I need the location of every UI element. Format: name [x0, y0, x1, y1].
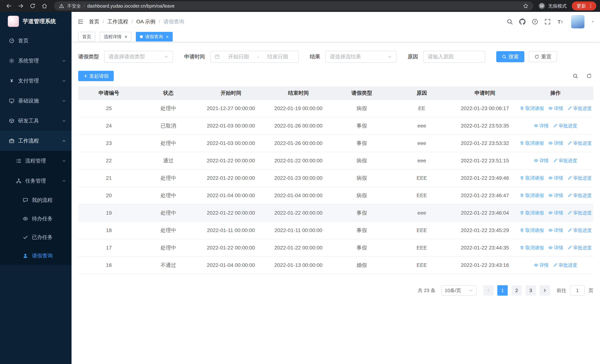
view-tab[interactable]: 流程详情×: [100, 32, 131, 42]
github-icon[interactable]: [519, 19, 525, 25]
page-button-2[interactable]: 2: [511, 285, 522, 296]
browser-forward-icon[interactable]: [16, 1, 26, 11]
table-body: 25处理中2021-12-27 00:00:002022-01-19 00:00…: [78, 100, 593, 274]
table-row[interactable]: 24已取消2022-01-03 00:00:002022-01-26 00:00…: [78, 117, 593, 135]
table-row[interactable]: 16不通过2022-01-04 00:00:002022-01-13 00:00…: [78, 257, 593, 274]
action-progress-link[interactable]: 审批进度: [568, 210, 592, 216]
action-progress-link[interactable]: 审批进度: [568, 245, 592, 251]
action-progress-link[interactable]: 审批进度: [568, 192, 592, 198]
action-progress-link[interactable]: 审批进度: [553, 158, 577, 164]
action-detail-link[interactable]: 详情: [548, 192, 563, 198]
prev-page-button[interactable]: [483, 285, 494, 296]
action-cancel-link[interactable]: 取消请假: [520, 105, 544, 111]
app-logo: 芋道管理系统: [0, 12, 72, 31]
reason-input[interactable]: [423, 51, 485, 63]
table-row[interactable]: 23处理中2022-01-03 00:00:002022-01-26 00:00…: [78, 135, 593, 152]
table-row[interactable]: 20处理中2022-01-04 00:00:002022-01-04 00:00…: [78, 187, 593, 204]
close-icon[interactable]: ×: [124, 34, 127, 39]
table-row[interactable]: 19处理中2022-01-22 00:00:002022-01-22 00:00…: [78, 204, 593, 222]
action-progress-link[interactable]: 审批进度: [568, 140, 592, 146]
sidebar-item-5[interactable]: 工作流程: [0, 131, 72, 151]
sidebar-item-1[interactable]: 系统管理: [0, 51, 72, 71]
table-row[interactable]: 17处理中2022-01-22 00:00:002022-01-22 00:00…: [78, 239, 593, 257]
browser-menu-icon[interactable]: [588, 3, 593, 9]
help-icon[interactable]: ?: [532, 19, 538, 25]
view-tab[interactable]: 请假查询×: [136, 32, 173, 42]
fullscreen-icon[interactable]: [544, 19, 551, 25]
sidebar-item-10[interactable]: 已办任务: [0, 228, 72, 246]
apply-time-range-picker[interactable]: 开始日期 - 结束日期: [210, 51, 299, 63]
action-cancel-link[interactable]: 取消请假: [520, 227, 544, 233]
sidebar-item-9[interactable]: 待办任务: [0, 209, 72, 228]
sidebar-item-4[interactable]: 研发工具: [0, 111, 72, 131]
sidebar-item-0[interactable]: 首页: [0, 31, 72, 51]
action-detail-link[interactable]: 详情: [548, 105, 563, 111]
search-button[interactable]: 搜索: [496, 51, 525, 62]
result-select[interactable]: 请选择流结果: [325, 51, 396, 63]
action-detail-link[interactable]: 详情: [548, 175, 563, 181]
action-progress-link[interactable]: 审批进度: [553, 123, 577, 129]
action-cancel-link[interactable]: 取消请假: [520, 192, 544, 198]
breadcrumb-item[interactable]: 工作流程: [107, 18, 128, 25]
table-refresh-icon[interactable]: [586, 73, 592, 79]
action-cancel-link[interactable]: 取消请假: [520, 140, 544, 146]
toggle-search-icon[interactable]: [572, 73, 578, 79]
leave-type-select[interactable]: 请选择请假类型: [104, 51, 173, 63]
end-date-placeholder: 结束日期: [261, 53, 294, 60]
browser-back-icon[interactable]: [4, 1, 14, 11]
browser-update-button[interactable]: 更新: [572, 1, 596, 10]
action-detail-link[interactable]: 详情: [548, 227, 563, 233]
action-detail-link[interactable]: 详情: [548, 210, 563, 216]
user-avatar[interactable]: [571, 15, 584, 28]
edit-icon: [553, 263, 558, 267]
trash-icon: [520, 106, 524, 111]
close-icon[interactable]: ×: [166, 34, 169, 39]
header-search-icon[interactable]: [506, 19, 513, 25]
page-size-select[interactable]: 10条/页: [441, 285, 477, 296]
sidebar-item-6[interactable]: 流程管理: [0, 151, 72, 171]
action-progress-link[interactable]: 审批进度: [553, 262, 577, 268]
avatar-caret-icon[interactable]: [591, 20, 595, 24]
table-cell: 2022-01-03 00:00:00: [197, 117, 265, 135]
sidebar-item-11[interactable]: 请假查询: [0, 246, 72, 265]
action-progress-link[interactable]: 审批进度: [568, 105, 592, 111]
action-progress-link[interactable]: 审批进度: [568, 227, 592, 233]
breadcrumb-item[interactable]: 首页: [89, 18, 99, 25]
goto-page-input[interactable]: [570, 285, 585, 296]
action-cancel-link[interactable]: 取消请假: [520, 245, 544, 251]
table-row[interactable]: 18处理中2022-01-11 00:00:002022-01-11 00:00…: [78, 222, 593, 239]
sidebar-item-label: 任务管理: [25, 177, 46, 184]
table-row[interactable]: 25处理中2021-12-27 00:00:002022-01-19 00:00…: [78, 100, 593, 117]
action-progress-link[interactable]: 审批进度: [568, 175, 592, 181]
browser-home-icon[interactable]: [39, 1, 50, 11]
url-bar[interactable]: 不安全 dashboard.yudao.iocoder.cn/bpm/oa/le…: [54, 1, 533, 10]
action-cancel-link[interactable]: 取消请假: [520, 210, 544, 216]
page-buttons: 123: [497, 285, 536, 296]
page-button-1[interactable]: 1: [497, 285, 508, 296]
browser-chrome: 不安全 dashboard.yudao.iocoder.cn/bpm/oa/le…: [0, 0, 600, 12]
table-row[interactable]: 22通过2022-01-22 00:00:002022-01-22 00:00:…: [78, 152, 593, 169]
page-button-3[interactable]: 3: [525, 285, 536, 296]
breadcrumb-item[interactable]: OA 示例: [136, 18, 155, 25]
next-page-button[interactable]: [540, 285, 550, 296]
action-cancel-link[interactable]: 取消请假: [520, 175, 544, 181]
create-leave-button[interactable]: 发起请假: [78, 71, 114, 81]
view-tab[interactable]: 首页: [78, 32, 95, 42]
sidebar-collapse-button[interactable]: [77, 19, 84, 25]
table-cell: 婚假: [332, 257, 392, 274]
action-detail-link[interactable]: 详情: [548, 140, 563, 146]
sidebar-item-3[interactable]: 基础设施: [0, 91, 72, 111]
action-detail-link[interactable]: 详情: [534, 158, 549, 164]
table-row[interactable]: 21处理中2022-01-22 00:00:002022-01-23 00:00…: [78, 169, 593, 187]
bookmark-star-icon[interactable]: [523, 3, 528, 9]
sidebar-item-7[interactable]: 任务管理: [0, 171, 72, 191]
action-detail-link[interactable]: 详情: [534, 262, 549, 268]
sidebar-item-8[interactable]: 我的流程: [0, 191, 72, 209]
browser-reload-icon[interactable]: [28, 1, 38, 11]
monitor-icon: [9, 98, 14, 104]
action-detail-link[interactable]: 详情: [534, 123, 549, 129]
sidebar-item-2[interactable]: ¥支付管理: [0, 71, 72, 91]
font-size-icon[interactable]: TT: [557, 19, 563, 25]
reset-button[interactable]: 重置: [529, 51, 557, 62]
action-detail-link[interactable]: 详情: [548, 245, 563, 251]
